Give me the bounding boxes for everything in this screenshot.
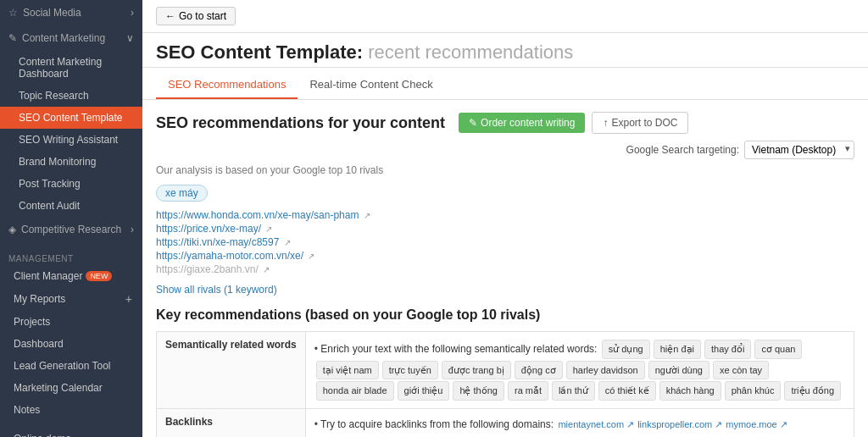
social-media-label: Social Media [23,7,81,19]
rival-link-4[interactable]: https://yamaha-motor.com.vn/xe/ [156,250,303,262]
backlinks-content: • Try to acquire backlinks from the foll… [305,409,854,437]
word-tag: hệ thống [453,381,504,401]
seo-recommendations-heading: SEO recommendations for your content [156,114,445,132]
table-row: Backlinks • Try to acquire backlinks fro… [157,409,854,437]
page-title-main: SEO Content Template: [156,41,363,63]
sidebar-item-topic-research[interactable]: Topic Research [0,85,142,107]
tab-realtime-content-check-label: Real-time Content Check [309,78,432,91]
sidebar: ☆ Social Media › ✎ Content Marketing ∨ C… [0,0,142,437]
social-media-icon: ☆ [8,7,18,19]
word-tag: trực tuyến [382,361,438,380]
sidebar-item-online-demo[interactable]: Online demo [0,428,142,437]
content-area: SEO recommendations for your content ✎ O… [142,100,868,437]
semantically-related-label: Semantically related words [157,332,306,409]
tabs-bar: SEO Recommendations Real-time Content Ch… [142,71,868,100]
content-marketing-label: Content Marketing [22,32,105,44]
recommendations-table: Semantically related words • Enrich your… [156,331,854,437]
backlinks-bullet: • [314,418,318,430]
dashboard-label: Dashboard [14,338,64,350]
rival-link-3[interactable]: https://tiki.vn/xe-may/c8597 [156,236,279,248]
targeting-select[interactable]: Vietnam (Desktop) [744,141,854,159]
topbar: ← Go to start [142,0,868,33]
domain-link[interactable]: mientaynet.com ↗ [558,417,634,433]
online-demo-label: Online demo [14,433,71,437]
export-to-doc-button[interactable]: ↑ Export to DOC [592,112,688,134]
word-tag: honda air blade [316,381,394,401]
table-row: Semantically related words • Enrich your… [157,332,854,409]
order-btn-label: Order content writing [481,117,575,129]
sidebar-item-brand-monitoring[interactable]: Brand Monitoring [0,151,142,173]
word-tag: khách hàng [659,381,721,401]
chevron-down-icon: ∨ [126,32,134,44]
seo-writing-assistant-label: SEO Writing Assistant [19,134,118,146]
content-marketing-dashboard-label: Content Marketing Dashboard [19,56,132,80]
sidebar-section-competitive-research[interactable]: ◈ Competitive Research › [0,217,142,242]
upload-icon: ↑ [603,117,608,129]
word-tag: harley davidson [566,361,645,380]
go-to-start-label: Go to start [179,10,226,22]
word-tag: lần thứ [552,381,595,401]
sidebar-item-client-manager[interactable]: Client Manager NEW [0,265,142,287]
word-tag: sử dụng [602,340,650,359]
backlinks-intro: Try to acquire backlinks from the follow… [320,418,554,430]
domain-link[interactable]: linkspropeller.com ↗ [637,417,722,433]
page-title: SEO Content Template: recent recommendat… [156,41,854,64]
content-marketing-icon: ✎ [8,32,17,44]
sidebar-section-content-marketing[interactable]: ✎ Content Marketing ∨ [0,25,142,51]
sidebar-item-lead-generation-tool[interactable]: Lead Generation Tool [0,355,142,377]
list-item: https://price.vn/xe-may/ ↗ [156,222,854,235]
word-tag: tại việt nam [316,361,379,380]
page-title-bar: SEO Content Template: recent recommendat… [142,33,868,68]
list-item: https://giaxe.2banh.vn/ ↗ [156,263,854,276]
rival-link-2[interactable]: https://price.vn/xe-may/ [156,223,261,235]
tab-seo-recommendations[interactable]: SEO Recommendations [156,71,298,99]
go-to-start-button[interactable]: ← Go to start [156,7,236,25]
competitive-research-icon: ◈ [8,224,16,235]
analysis-note: Our analysis is based on your Google top… [156,164,854,176]
word-tag: có thiết kế [598,381,656,401]
sidebar-item-projects[interactable]: Projects [0,311,142,333]
word-tag: cơ quan [754,340,802,359]
sidebar-item-seo-content-template[interactable]: SEO Content Template [0,107,142,129]
lead-generation-tool-label: Lead Generation Tool [14,360,111,372]
backlinks-label: Backlinks [157,409,306,437]
competitive-research-label: Competitive Research [21,224,121,235]
rival-link-5[interactable]: https://giaxe.2banh.vn/ [156,263,259,275]
sidebar-item-marketing-calendar[interactable]: Marketing Calendar [0,377,142,399]
google-targeting-section: Google Search targeting: Vietnam (Deskto… [626,141,854,159]
order-content-writing-button[interactable]: ✎ Order content writing [459,113,585,133]
word-tag: người dùng [648,361,709,380]
sidebar-section-social-media[interactable]: ☆ Social Media › [0,0,142,25]
domain-link[interactable]: mymoe.moe ↗ [726,417,787,433]
export-btn-label: Export to DOC [611,117,677,129]
sidebar-item-my-reports[interactable]: My Reports + [0,287,142,311]
google-targeting-label: Google Search targeting: [626,144,739,156]
targeting-wrapper[interactable]: Vietnam (Desktop) [744,141,854,159]
sidebar-item-content-audit[interactable]: Content Audit [0,195,142,217]
tab-seo-recommendations-label: SEO Recommendations [168,78,286,91]
semantically-intro: Enrich your text with the following sema… [320,343,597,355]
word-tag: hiện đại [654,340,701,359]
add-report-icon[interactable]: + [125,292,132,306]
semantically-related-content: • Enrich your text with the following se… [305,332,854,409]
notes-label: Notes [14,404,40,416]
sidebar-item-content-marketing-dashboard[interactable]: Content Marketing Dashboard [0,51,142,85]
word-tag: phân khúc [725,381,782,401]
chevron-right-icon2: › [131,224,134,235]
chevron-right-icon: › [131,7,134,19]
semantically-bullet: • [314,343,318,355]
management-section-label: MANAGEMENT [0,249,142,265]
keyword-tag: xe máy [156,185,208,202]
edit-icon: ✎ [469,117,477,129]
key-recommendations-title: Key recommendations (based on your Googl… [156,307,854,323]
post-tracking-label: Post Tracking [19,178,81,190]
sidebar-item-notes[interactable]: Notes [0,399,142,421]
main-content: ← Go to start SEO Content Template: rece… [142,0,868,437]
tab-realtime-content-check[interactable]: Real-time Content Check [298,71,444,99]
ext-link-icon-2: ↗ [265,224,272,234]
sidebar-item-post-tracking[interactable]: Post Tracking [0,173,142,195]
sidebar-item-dashboard[interactable]: Dashboard [0,333,142,355]
rival-link-1[interactable]: https://www.honda.com.vn/xe-may/san-pham [156,209,359,221]
show-all-rivals-link[interactable]: Show all rivals (1 keyword) [156,284,277,296]
sidebar-item-seo-writing-assistant[interactable]: SEO Writing Assistant [0,129,142,151]
